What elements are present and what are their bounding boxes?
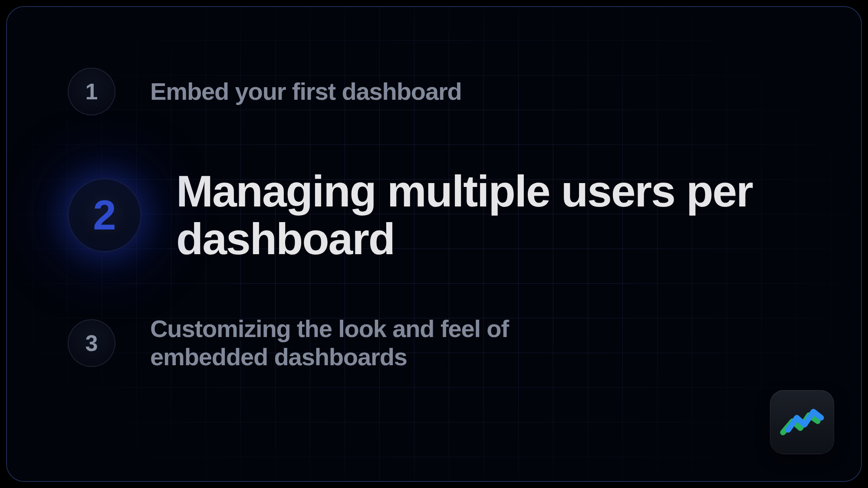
steps-list: 1 Embed your first dashboard 2 Managing …: [7, 7, 861, 371]
step-1-number: 1: [85, 79, 98, 105]
step-1-label: Embed your first dashboard: [150, 78, 462, 105]
step-2-label: Managing multiple users per dashboard: [176, 167, 809, 263]
step-3-badge: 3: [68, 319, 115, 367]
step-3-number: 3: [85, 330, 98, 356]
step-1-badge: 1: [68, 68, 115, 115]
step-3-label: Customizing the look and feel of embedde…: [150, 315, 606, 371]
chart-line-icon: [780, 404, 824, 440]
step-2: 2 Managing multiple users per dashboard: [68, 167, 809, 263]
slide-card: 1 Embed your first dashboard 2 Managing …: [6, 6, 862, 482]
brand-logo: [770, 390, 834, 454]
step-1: 1 Embed your first dashboard: [68, 68, 809, 115]
step-2-badge: 2: [68, 178, 141, 252]
step-2-number: 2: [93, 191, 116, 239]
step-3: 3 Customizing the look and feel of embed…: [68, 315, 809, 371]
